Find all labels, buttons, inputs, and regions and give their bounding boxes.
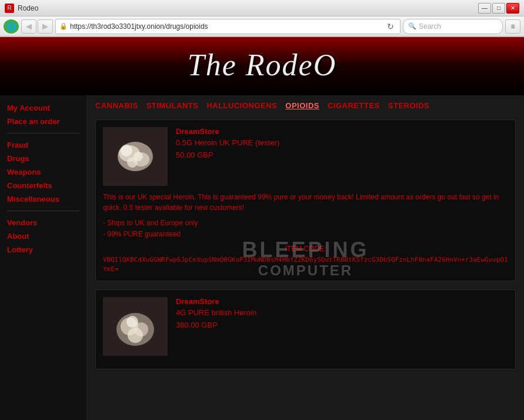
search-bar[interactable]: 🔍 Search	[403, 19, 503, 34]
svg-point-6	[127, 157, 138, 168]
page-wrapper: The RodeO My Account Place an order Frau…	[0, 37, 524, 420]
product-shipping-1: - Ships to UK and Europe only- 99% PURE …	[103, 218, 508, 240]
browser-icon: R	[5, 4, 14, 13]
url-text: https://th3rod3o3301jtxy.onion/drugs/opi…	[70, 22, 382, 31]
drug-nav: CANNABIS STIMULANTS HALLUCIONGENS OPIOID…	[95, 101, 516, 110]
product-info-1: DreamStore 0.5G Heroin UK PURE (tester) …	[176, 127, 508, 186]
drug-nav-cigarettes[interactable]: CIGARETTES	[328, 101, 380, 110]
product-price-1: 50.00 GBP	[176, 151, 508, 159]
refresh-button[interactable]: ↻	[385, 22, 396, 31]
product-price-2: 380.00 GBP	[176, 321, 508, 329]
item-code-label-1: ITEM CODE:	[103, 245, 508, 253]
sidebar-item-vendors[interactable]: Vendors	[7, 216, 79, 229]
svg-point-4	[121, 145, 132, 156]
svg-point-12	[126, 316, 138, 328]
svg-point-11	[128, 328, 143, 343]
maximize-button[interactable]: □	[492, 3, 505, 14]
content-area: My Account Place an order Fraud Drugs We…	[0, 95, 524, 420]
window-title: Rodeo	[18, 4, 478, 12]
sidebar-divider-1	[7, 133, 79, 134]
sidebar-item-lottery[interactable]: Lottery	[7, 243, 79, 256]
product-top-1: DreamStore 0.5G Heroin UK PURE (tester) …	[103, 127, 508, 186]
sidebar-item-counterfeits[interactable]: Counterfeits	[7, 179, 79, 192]
vendor-name-1: DreamStore	[176, 127, 508, 136]
sidebar: My Account Place an order Fraud Drugs We…	[0, 95, 87, 420]
item-code-1: VBQIlQKBCdXuGGWRFwp6JpCeXupSNmQ0GKuP3IMu…	[103, 255, 508, 274]
back-button[interactable]: ◀	[21, 19, 36, 34]
product-image-1	[103, 127, 168, 186]
vendor-name-2: DreamStore	[176, 297, 508, 306]
sidebar-item-fraud[interactable]: Fraud	[7, 138, 79, 152]
product-image-2	[103, 297, 168, 356]
forward-button[interactable]: ▶	[38, 19, 53, 34]
title-bar: R Rodeo — □ ✕	[0, 0, 524, 16]
drug-nav-opioids[interactable]: OPIOIDS	[285, 101, 319, 110]
sidebar-item-weapons[interactable]: Weapons	[7, 165, 79, 179]
sidebar-item-my-account[interactable]: My Account	[7, 101, 79, 115]
product-top-2: DreamStore 4G PURE british Heroin 380.00…	[103, 297, 508, 356]
sidebar-divider-2	[7, 211, 79, 211]
close-button[interactable]: ✕	[506, 3, 519, 14]
product-desc-1: This is our UK special Heroin. This is g…	[103, 192, 508, 213]
product-card-2: DreamStore 4G PURE british Heroin 380.00…	[95, 289, 516, 369]
product-title-1: 0.5G Heroin UK PURE (tester)	[176, 138, 508, 147]
drug-nav-steroids[interactable]: STEROIDS	[388, 101, 429, 110]
product-info-2: DreamStore 4G PURE british Heroin 380.00…	[176, 297, 508, 356]
sidebar-item-place-order[interactable]: Place an order	[7, 115, 79, 128]
nav-bar: 🌐 ◀ ▶ 🔒 https://th3rod3o3301jtxy.onion/d…	[0, 16, 524, 36]
search-icon: 🔍	[408, 22, 416, 30]
product-card-1: DreamStore 0.5G Heroin UK PURE (tester) …	[95, 119, 516, 281]
site-title: The RodeO	[0, 48, 524, 82]
drug-nav-halluciongens[interactable]: HALLUCIONGENS	[206, 101, 277, 110]
site-header: The RodeO	[0, 37, 524, 95]
sidebar-item-miscellaneous[interactable]: Miscellaneous	[7, 192, 79, 206]
main-content: CANNABIS STIMULANTS HALLUCIONGENS OPIOID…	[87, 95, 524, 420]
sidebar-item-about[interactable]: About	[7, 229, 79, 243]
minimize-button[interactable]: —	[478, 3, 491, 14]
browser-menu-button[interactable]: ≡	[505, 19, 520, 34]
drug-nav-stimulants[interactable]: STIMULANTS	[146, 101, 199, 110]
product-title-2: 4G PURE british Heroin	[176, 308, 508, 317]
lock-icon: 🔒	[59, 22, 68, 30]
drug-nav-cannabis[interactable]: CANNABIS	[95, 101, 138, 110]
url-bar[interactable]: 🔒 https://th3rod3o3301jtxy.onion/drugs/o…	[55, 19, 400, 34]
sidebar-item-drugs[interactable]: Drugs	[7, 152, 79, 165]
window-controls: — □ ✕	[478, 3, 519, 14]
home-icon[interactable]: 🌐	[4, 19, 19, 34]
search-placeholder: Search	[419, 22, 498, 31]
